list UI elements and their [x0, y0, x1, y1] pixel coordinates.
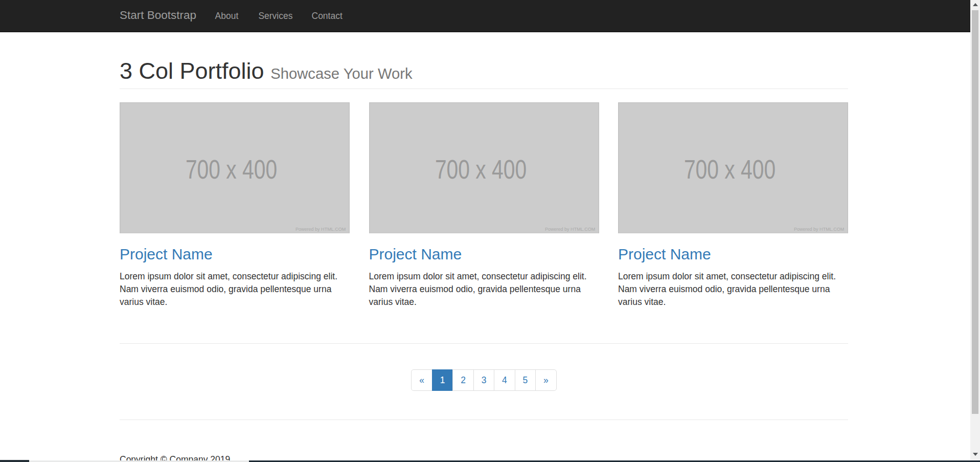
svg-text:700 x 400: 700 x 400 [186, 154, 277, 184]
svg-text:700 x 400: 700 x 400 [435, 154, 526, 184]
svg-text:Powered by HTML.COM: Powered by HTML.COM [544, 226, 595, 231]
svg-text:Powered by HTML.COM: Powered by HTML.COM [295, 226, 346, 231]
svg-text:700 x 400: 700 x 400 [684, 154, 776, 184]
svg-text:Powered by HTML.COM: Powered by HTML.COM [794, 226, 844, 231]
